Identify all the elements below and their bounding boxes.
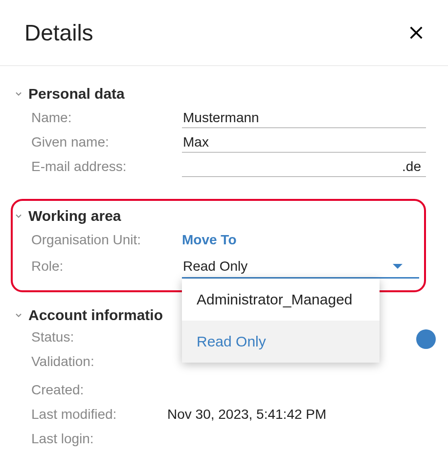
move-to-link[interactable]: Move To [182,232,236,248]
email-label: E-mail address: [31,159,182,174]
section-title-account: Account informatio [28,307,163,324]
panel-header: Details [0,0,448,66]
role-dropdown: Administrator_Managed Read Only [182,279,380,363]
status-toggle[interactable] [416,329,436,349]
section-title-personal: Personal data [28,86,125,102]
chevron-down-icon [13,309,24,321]
created-label: Created: [31,382,182,398]
name-input[interactable] [182,108,426,128]
section-body-personal: Name: Given name: E-mail address: [13,108,426,178]
page-title: Details [24,20,93,46]
section-title-working: Working area [28,208,121,224]
role-label: Role: [31,259,182,274]
org-unit-label: Organisation Unit: [31,232,182,248]
given-name-label: Given name: [31,134,182,150]
close-icon [408,24,425,41]
role-select[interactable]: Read Only Administrator_Managed Read Onl… [182,257,419,279]
last-login-label: Last login: [31,431,182,447]
validation-label: Validation: [31,354,182,369]
caret-down-icon [393,264,403,269]
role-option-read-only[interactable]: Read Only [182,321,380,363]
section-toggle-personal[interactable]: Personal data [13,86,426,102]
email-input[interactable] [182,157,426,177]
highlight-working-area: Working area Organisation Unit: Move To … [11,199,426,292]
section-body-working: Organisation Unit: Move To Role: Read On… [13,232,419,279]
status-label: Status: [31,329,182,345]
close-button[interactable] [406,23,426,43]
last-modified-label: Last modified: [31,407,167,422]
given-name-input[interactable] [182,132,426,152]
name-label: Name: [31,110,182,126]
last-modified-value: Nov 30, 2023, 5:41:42 PM [167,407,326,422]
chevron-down-icon [13,210,24,222]
section-toggle-working[interactable]: Working area [13,208,419,224]
chevron-down-icon [13,88,24,100]
role-selected-value: Read Only [183,259,247,274]
panel-content: Personal data Name: Given name: E-mail a… [0,66,448,453]
role-option-administrator-managed[interactable]: Administrator_Managed [182,279,380,321]
